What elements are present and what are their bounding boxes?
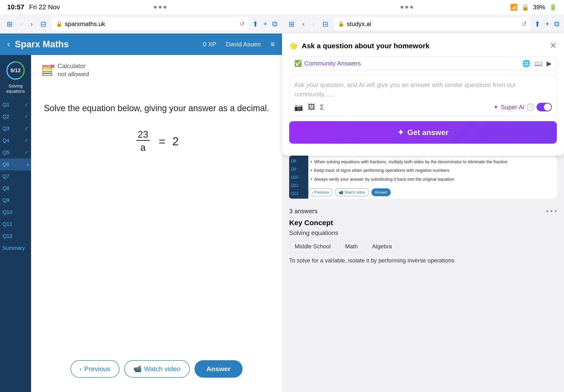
sidebar-q8-label: Q8 bbox=[2, 185, 9, 192]
fraction-numerator: 23 bbox=[136, 129, 150, 141]
reader-btn-right[interactable]: ⊟ bbox=[320, 19, 330, 29]
sidebar-q7-label: Q7 bbox=[2, 173, 9, 180]
status-time: 10:57 bbox=[7, 3, 24, 11]
sidebar-toggle-left[interactable]: ⊞ bbox=[5, 19, 14, 29]
sidebar-toggle-right[interactable]: ⊞ bbox=[287, 19, 297, 29]
background-content: Q8 Q9 Q10 Q11 Q12 Summary •When solving … bbox=[282, 156, 564, 392]
modal-tabs: ✅ Community Answers 🌐 📖 ▶ bbox=[289, 56, 557, 70]
rhs-value: 2 bbox=[172, 135, 179, 148]
tag-math[interactable]: Math bbox=[340, 240, 363, 252]
previous-label: Previous bbox=[84, 365, 110, 373]
sidebar-item-q6[interactable]: Q6 › bbox=[0, 158, 31, 170]
back-btn-right[interactable]: ‹ bbox=[300, 19, 307, 29]
help-icon[interactable]: ? bbox=[527, 103, 534, 111]
sidebar-q1-check: ✓ bbox=[24, 102, 29, 108]
forward-btn-right[interactable]: › bbox=[310, 19, 317, 29]
sidebar-q3-label: Q3 bbox=[2, 126, 9, 132]
progress-circle: 5/12 bbox=[5, 60, 26, 81]
new-tab-btn-right[interactable]: + bbox=[545, 20, 550, 28]
bg-tip-3: •Always verify your answer by substituti… bbox=[311, 175, 554, 183]
community-answers-tab[interactable]: ✅ Community Answers bbox=[294, 60, 361, 67]
formula-icon[interactable]: Σ bbox=[320, 103, 324, 111]
sidebar-item-q1[interactable]: Q1 ✓ bbox=[0, 99, 31, 111]
sparx-bg-preview: Q8 Q9 Q10 Q11 Q12 Summary •When solving … bbox=[289, 156, 557, 199]
url-bar-left[interactable]: 🔒 sparxmaths.uk ↺ bbox=[52, 17, 248, 31]
bg-q12: Q12 bbox=[291, 191, 306, 197]
share-btn-left[interactable]: ⬆ bbox=[252, 20, 258, 28]
image-icon[interactable]: 🖼 bbox=[308, 103, 315, 111]
key-concept-description: To solve for a variable, isolate it by p… bbox=[289, 256, 557, 265]
question-input-footer: 📷 🖼 Σ ✦ Super AI ? bbox=[294, 103, 552, 111]
sidebar-item-q9[interactable]: Q9 bbox=[0, 194, 31, 206]
sidebar-q10-label: Q10 bbox=[2, 209, 13, 215]
reload-icon-right[interactable]: ↺ bbox=[522, 20, 527, 28]
sidebar-q4-label: Q4 bbox=[2, 138, 9, 144]
sidebar-item-q3[interactable]: Q3 ✓ bbox=[0, 123, 31, 135]
url-bar-right[interactable]: 🔒 studyx.ai ↺ bbox=[334, 17, 531, 31]
globe-icon[interactable]: 🌐 bbox=[522, 59, 531, 67]
sidebar-item-q10[interactable]: Q10 bbox=[0, 206, 31, 218]
watch-video-button[interactable]: 📹 Watch video bbox=[124, 360, 190, 378]
play-icon[interactable]: ▶ bbox=[547, 59, 552, 67]
sidebar-q4-check: ✓ bbox=[24, 138, 29, 144]
sidebar-q3-check: ✓ bbox=[24, 126, 29, 132]
community-answers-label: Community Answers bbox=[304, 60, 361, 67]
sparx-menu-button[interactable]: ≡ bbox=[270, 40, 275, 49]
answer-label: Answer bbox=[206, 365, 231, 373]
sidebar-q12-label: Q12 bbox=[2, 233, 13, 239]
sidebar-item-q12[interactable]: Q12 bbox=[0, 230, 31, 242]
calculator-notice: 🧮✕ Calculatornot allowed bbox=[41, 62, 273, 78]
sidebar-q5-label: Q5 bbox=[2, 149, 9, 156]
bg-answer-button[interactable]: Answer bbox=[371, 188, 391, 196]
sparx-body: 5/12 Solvingequations Q1 ✓ Q2 ✓ Q3 ✓ bbox=[0, 55, 282, 392]
get-answer-label: Get answer bbox=[407, 128, 449, 137]
sidebar-item-q8[interactable]: Q8 bbox=[0, 182, 31, 194]
get-answer-button[interactable]: ✦ Get answer bbox=[289, 121, 557, 144]
modal-title: 🌟 Ask a question about your homework bbox=[289, 42, 429, 50]
tag-algebra[interactable]: Algebra bbox=[367, 240, 398, 252]
answers-count: 3 answers bbox=[289, 208, 318, 215]
url-text-left: sparxmaths.uk bbox=[65, 20, 237, 28]
answer-button[interactable]: Answer bbox=[194, 360, 243, 378]
input-icons: 📷 🖼 Σ bbox=[294, 103, 324, 111]
right-status-signal bbox=[400, 6, 413, 9]
sparx-user: David Asuen bbox=[226, 41, 261, 48]
toggle-knob bbox=[544, 103, 551, 111]
question-input-area[interactable]: Ask your question, and AI will give you … bbox=[289, 75, 557, 116]
bg-previous-button[interactable]: ‹ Previous bbox=[308, 188, 333, 196]
bg-watch-button[interactable]: 📹 Watch video bbox=[335, 188, 369, 196]
forward-btn-left[interactable]: › bbox=[28, 19, 35, 29]
book-icon[interactable]: 📖 bbox=[534, 59, 543, 67]
modal-close-button[interactable]: ✕ bbox=[550, 41, 557, 51]
watch-video-label: Watch video bbox=[144, 365, 181, 373]
new-tab-btn-left[interactable]: + bbox=[263, 20, 267, 28]
previous-button[interactable]: ‹ Previous bbox=[70, 360, 119, 378]
bg-sidebar-mini: Q8 Q9 Q10 Q11 Q12 Summary bbox=[289, 156, 308, 199]
sidebar-item-q11[interactable]: Q11 bbox=[0, 218, 31, 230]
tabs-btn-right[interactable]: ⧉ bbox=[554, 20, 559, 28]
sidebar-item-q4[interactable]: Q4 ✓ bbox=[0, 135, 31, 147]
share-btn-right[interactable]: ⬆ bbox=[534, 20, 540, 28]
sidebar-q5-check: ✓ bbox=[24, 149, 29, 156]
right-browser-bar: ⊞ ‹ › ⊟ 🔒 studyx.ai ↺ ⬆ + ⧉ bbox=[282, 14, 564, 33]
tabs-btn-left[interactable]: ⧉ bbox=[272, 20, 277, 28]
sidebar-q1-label: Q1 bbox=[2, 102, 9, 108]
three-dots-menu[interactable]: • • • bbox=[546, 207, 557, 215]
bg-q9: Q9 bbox=[291, 166, 306, 172]
reader-btn-left[interactable]: ⊟ bbox=[39, 19, 48, 29]
sparx-xp: 0 XP bbox=[203, 41, 216, 48]
sparx-back-button[interactable]: ‹ bbox=[7, 39, 10, 49]
sidebar-item-summary[interactable]: Summary bbox=[0, 242, 31, 254]
sidebar-item-q7[interactable]: Q7 bbox=[0, 170, 31, 182]
sidebar-item-q2[interactable]: Q2 ✓ bbox=[0, 111, 31, 123]
sidebar-item-q5[interactable]: Q5 ✓ bbox=[0, 147, 31, 158]
super-ai-toggle[interactable] bbox=[536, 103, 552, 111]
tag-middle-school[interactable]: Middle School bbox=[289, 240, 336, 252]
key-concept-title: Key Concept bbox=[289, 219, 557, 227]
sidebar-q6-label: Q6 bbox=[2, 161, 9, 168]
back-btn-left[interactable]: ‹ bbox=[18, 19, 25, 29]
studyx-panel: 🌟 Ask a question about your homework ✕ ✅… bbox=[282, 33, 564, 392]
camera-icon[interactable]: 📷 bbox=[294, 103, 303, 111]
calculator-icon: 🧮✕ bbox=[41, 64, 54, 76]
reload-icon-left[interactable]: ↺ bbox=[239, 20, 245, 28]
